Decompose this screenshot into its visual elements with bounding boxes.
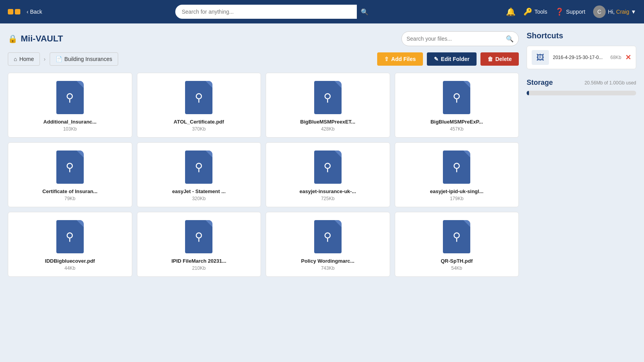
breadcrumb-current-label: Building Insurances: [65, 56, 112, 62]
breadcrumb-actions: ⌂ Home › 📄 Building Insurances ⇧ Add Fil…: [8, 52, 519, 66]
storage-header: Storage 20.56Mb of 1.00Gb used: [527, 79, 636, 87]
file-size: 457Kb: [450, 126, 464, 132]
storage-bar-fill: [527, 91, 529, 95]
pdf-symbol: ⚲: [324, 161, 332, 174]
upload-icon: ⇧: [384, 56, 389, 62]
pdf-symbol: ⚲: [66, 161, 74, 174]
back-button[interactable]: ‹ Back: [27, 9, 42, 15]
breadcrumb-home-button[interactable]: ⌂ Home: [8, 52, 40, 66]
nav-right-section: 🔔 🔑 Tools ❓ Support C Hi, Craig ▼: [506, 5, 636, 18]
pdf-symbol: ⚲: [66, 91, 74, 104]
pdf-icon: ⚲: [314, 81, 342, 114]
pdf-icon: ⚲: [185, 81, 212, 114]
tools-icon: 🔑: [523, 7, 532, 16]
pdf-symbol: ⚲: [453, 91, 461, 104]
breadcrumb-chevron-icon: ›: [44, 56, 46, 62]
file-size: 210Kb: [192, 265, 206, 271]
tools-label: Tools: [534, 9, 547, 15]
top-navigation: ‹ Back 🔍 🔔 🔑 Tools ❓ Support C Hi, Craig…: [0, 0, 644, 23]
sidebar: Shortcuts 🖼 2016-4-29-15-30-17-0... 68Kb…: [527, 31, 636, 354]
pdf-icon: ⚲: [185, 151, 212, 184]
logo-dot-2: [15, 9, 20, 14]
pdf-symbol: ⚲: [195, 91, 203, 104]
nav-search-button[interactable]: 🔍: [357, 5, 372, 19]
file-card[interactable]: ⚲ IPID FileMarch 20231... 210Kb: [137, 212, 261, 277]
support-button[interactable]: ❓ Support: [555, 7, 585, 16]
file-card[interactable]: ⚲ Certificate of Insuran... 79Kb: [8, 142, 132, 207]
support-label: Support: [566, 9, 585, 15]
file-name: IPID FileMarch 20231...: [171, 258, 226, 264]
file-size: 54Kb: [451, 265, 462, 271]
file-size: 743Kb: [321, 265, 335, 271]
avatar: C: [593, 5, 606, 18]
app-logo: [8, 9, 20, 14]
support-icon: ❓: [555, 7, 564, 16]
file-card[interactable]: ⚲ easyjet-ipid-uk-singl... 179Kb: [395, 142, 519, 207]
shortcut-item[interactable]: 🖼 2016-4-29-15-30-17-0... 68Kb ✕: [527, 46, 636, 69]
file-card[interactable]: ⚲ IDDBigbluecover.pdf 44Kb: [8, 212, 132, 277]
file-card[interactable]: ⚲ ATOL_Certificate.pdf 370Kb: [137, 73, 261, 138]
file-name: easyjet-ipid-uk-singl...: [430, 188, 484, 194]
logo-dot-1: [8, 9, 13, 14]
edit-folder-label: Edit Folder: [441, 56, 470, 62]
pdf-symbol: ⚲: [66, 230, 74, 243]
file-card[interactable]: ⚲ easyjet-insurance-uk-... 725Kb: [266, 142, 390, 207]
edit-folder-button[interactable]: ✎ Edit Folder: [427, 52, 477, 66]
delete-label: Delete: [495, 56, 512, 62]
file-name: easyJet - Statement ...: [172, 188, 226, 194]
lock-icon: 🔒: [8, 34, 18, 43]
storage-section: Storage 20.56Mb of 1.00Gb used: [527, 79, 636, 95]
pdf-icon: ⚲: [56, 220, 84, 253]
file-name: IDDBigbluecover.pdf: [45, 258, 95, 264]
pdf-symbol: ⚲: [324, 91, 332, 104]
file-name: BigBlueMSMPreexET...: [300, 119, 355, 125]
file-size: 320Kb: [192, 196, 206, 201]
delete-button[interactable]: 🗑 Delete: [480, 52, 519, 66]
pdf-symbol: ⚲: [195, 161, 203, 174]
folder-icon: 📄: [56, 56, 62, 62]
pdf-icon: ⚲: [56, 151, 84, 184]
shortcut-thumbnail: 🖼: [532, 50, 549, 65]
file-card[interactable]: ⚲ Additional_Insuranc... 103Kb: [8, 73, 132, 138]
file-search-input[interactable]: [407, 36, 506, 42]
storage-info: 20.56Mb of 1.00Gb used: [585, 80, 636, 86]
file-size: 79Kb: [65, 196, 76, 201]
pdf-icon: ⚲: [185, 220, 212, 253]
file-card[interactable]: ⚲ BigBlueMSMPreexET... 428Kb: [266, 73, 390, 138]
tools-button[interactable]: 🔑 Tools: [523, 7, 547, 16]
file-search-icon[interactable]: 🔍: [506, 35, 514, 43]
file-grid: ⚲ Additional_Insuranc... 103Kb ⚲ ATOL_Ce…: [8, 73, 519, 277]
file-size: 428Kb: [321, 126, 335, 132]
nav-search-container: 🔍: [49, 5, 500, 19]
vault-title: 🔒 Mii-VAULT: [8, 34, 63, 44]
file-name: QR-SpTH.pdf: [441, 258, 473, 264]
file-card[interactable]: ⚲ BigBlueMSMPreExP... 457Kb: [395, 73, 519, 138]
file-name: Certificate of Insuran...: [42, 188, 97, 194]
breadcrumb-current-button[interactable]: 📄 Building Insurances: [50, 52, 118, 66]
pdf-symbol: ⚲: [453, 161, 461, 174]
pdf-symbol: ⚲: [453, 230, 461, 243]
shortcuts-list: 🖼 2016-4-29-15-30-17-0... 68Kb ✕: [527, 46, 636, 69]
nav-search-input[interactable]: [175, 5, 371, 19]
add-files-button[interactable]: ⇧ Add Files: [377, 52, 423, 66]
user-menu-button[interactable]: C Hi, Craig ▼: [593, 5, 636, 18]
file-name: BigBlueMSMPreExP...: [430, 119, 483, 125]
file-size: 44Kb: [65, 265, 76, 271]
file-card[interactable]: ⚲ Policy Wordingmarc... 743Kb: [266, 212, 390, 277]
pdf-icon: ⚲: [443, 151, 470, 184]
pdf-icon: ⚲: [443, 220, 470, 253]
pdf-icon: ⚲: [314, 151, 342, 184]
pdf-icon: ⚲: [56, 81, 84, 114]
file-name: easyjet-insurance-uk-...: [300, 188, 356, 194]
file-size: 179Kb: [450, 196, 464, 201]
shortcut-close-icon[interactable]: ✕: [625, 53, 631, 62]
file-size: 370Kb: [192, 126, 206, 132]
pdf-symbol: ⚲: [324, 230, 332, 243]
file-card[interactable]: ⚲ easyJet - Statement ... 320Kb: [137, 142, 261, 207]
file-card[interactable]: ⚲ QR-SpTH.pdf 54Kb: [395, 212, 519, 277]
file-size: 725Kb: [321, 196, 335, 201]
main-container: 🔒 Mii-VAULT 🔍 ⌂ Home › 📄 Building Insura…: [0, 23, 644, 362]
pdf-icon: ⚲: [443, 81, 470, 114]
add-files-label: Add Files: [391, 56, 416, 62]
notification-bell-icon[interactable]: 🔔: [506, 7, 516, 16]
